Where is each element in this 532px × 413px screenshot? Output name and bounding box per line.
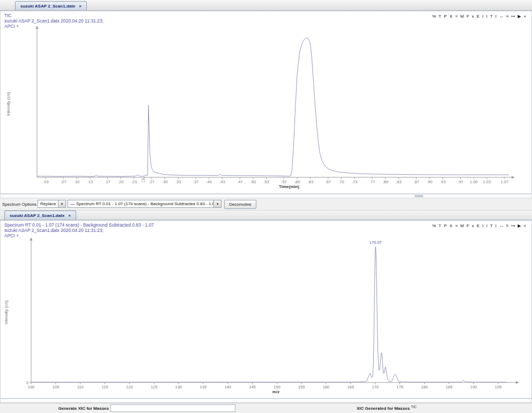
mountains-icon[interactable]: M bbox=[460, 223, 464, 228]
x-tick-label: .73 bbox=[352, 179, 357, 184]
elemental-comp-icon[interactable]: E bbox=[477, 223, 479, 228]
x-axis-arrow-icon bbox=[512, 176, 515, 178]
fill-peaks-icon[interactable]: F bbox=[467, 14, 469, 19]
x-tick-label: .63 bbox=[308, 179, 313, 184]
threshold-icon[interactable]: T bbox=[490, 14, 493, 19]
spectrum-range-label: Spectrum RT 0.01 - 1.07 (174 scans) - Ba… bbox=[4, 222, 154, 228]
threshold-icon[interactable]: T bbox=[490, 223, 493, 228]
tab-bottom-datafile[interactable]: suzuki ASAP 2_Scan1.datx × bbox=[4, 211, 76, 220]
fill-peaks-icon[interactable]: F bbox=[467, 223, 469, 228]
cursor-left-icon[interactable]: I bbox=[482, 223, 483, 228]
play-icon[interactable]: ▶ bbox=[518, 223, 521, 228]
elemental-comp-icon[interactable]: E bbox=[477, 14, 479, 19]
text-label-icon[interactable]: T bbox=[439, 223, 441, 228]
bottom-chart-hscrollbar[interactable] bbox=[0, 399, 532, 403]
tab-close-icon[interactable]: × bbox=[79, 4, 82, 9]
tab-label: suzuki ASAP 2_Scan1.datx bbox=[10, 213, 64, 218]
xic-status: XIC Generated for Masses TIC bbox=[357, 406, 417, 411]
x-tick-label: .13 bbox=[87, 179, 92, 184]
y-tick-label: 0 bbox=[26, 380, 28, 385]
x-tick-label: 160 bbox=[323, 385, 330, 389]
mountains-icon[interactable]: M bbox=[460, 14, 464, 19]
x-tick-label: .30 bbox=[162, 179, 167, 184]
expand-horizontal-icon[interactable]: ↔ bbox=[499, 14, 504, 19]
percent-scale-icon[interactable]: % bbox=[432, 223, 436, 228]
generate-xic-button[interactable]: Generate XIC for Masses bbox=[29, 406, 109, 411]
x-tick-label: .87 bbox=[413, 179, 419, 184]
x-tick-label: .77 bbox=[370, 179, 375, 184]
trace-color-dash-icon: — bbox=[70, 201, 75, 206]
x-tick-label: .17 bbox=[105, 179, 110, 184]
close-trace-icon[interactable]: × bbox=[523, 223, 526, 228]
chromatogram-toolbar: %TP∧≈MFxEIITI↔≡↦▶× bbox=[432, 14, 526, 19]
y-axis-title: Intensity (c/s) bbox=[4, 300, 9, 324]
peak-detect-icon[interactable]: ∧ bbox=[449, 223, 453, 228]
top-chart-hscrollbar[interactable] bbox=[0, 194, 532, 198]
cursor-left-icon[interactable]: I bbox=[482, 14, 483, 19]
smooth-trace-icon[interactable]: ≈ bbox=[455, 223, 457, 228]
x-tick-label: .50 bbox=[250, 179, 256, 184]
trace-type-label: TIC bbox=[4, 13, 12, 18]
shift-right-icon[interactable]: ↦ bbox=[511, 223, 515, 228]
ion-mode-label: APCI + bbox=[4, 24, 19, 29]
tic-trace bbox=[37, 37, 509, 176]
cursor-right-icon[interactable]: I bbox=[486, 223, 487, 228]
mass-spectrum-plot[interactable]: 1001051101151201251301351401451501551601… bbox=[1, 221, 531, 398]
x-tick-label: 140 bbox=[224, 385, 231, 389]
percent-scale-icon[interactable]: % bbox=[432, 14, 436, 19]
x-tick-label: 130 bbox=[175, 385, 182, 389]
x-tick-label: 170 bbox=[372, 385, 379, 389]
x-tick-label: 120 bbox=[126, 385, 133, 389]
spectrum-mode-select[interactable]: Replace ▾ bbox=[38, 200, 66, 208]
range-select-icon[interactable]: I bbox=[496, 223, 497, 228]
xic-status-trace-label: TIC bbox=[411, 405, 416, 409]
play-icon[interactable]: ▶ bbox=[518, 14, 521, 19]
x-tick-label: 165 bbox=[348, 385, 354, 389]
expand-horizontal-icon[interactable]: ↔ bbox=[499, 223, 504, 228]
cursor-right-icon[interactable]: I bbox=[486, 14, 487, 19]
spectrum-series-value: —Spectrum RT 0.01 - 1.07 (174 scans) - B… bbox=[68, 200, 213, 207]
shift-right-icon[interactable]: ↦ bbox=[511, 14, 515, 19]
x-tick-label: 175 bbox=[396, 385, 403, 389]
x-tick-label: .10 bbox=[74, 179, 79, 184]
x-tick-label: .70 bbox=[338, 179, 344, 184]
baseline-icon[interactable]: ≡ bbox=[506, 223, 509, 228]
tic-chromatogram-plot[interactable]: .03.07.10.13.17.20.23.27.30.33.37.40.43.… bbox=[1, 11, 531, 193]
x-tick-label: 190 bbox=[470, 385, 477, 389]
tab-top-datafile[interactable]: suzuki ASAP 2_Scan1.datx × bbox=[15, 1, 87, 10]
x-tick-label: .57 bbox=[281, 179, 286, 184]
x-annotate-icon[interactable]: x bbox=[472, 14, 474, 19]
ion-mode-label: APCI + bbox=[4, 233, 19, 238]
spectrum-toolbar: %TP∧≈MFxEIITI↔≡↦▶× bbox=[432, 223, 526, 228]
spectrum-series-select[interactable]: —Spectrum RT 0.01 - 1.07 (174 scans) - B… bbox=[68, 200, 221, 208]
x-tick-label: 150 bbox=[274, 385, 280, 389]
hand-cursor-icon: ☝ bbox=[141, 176, 145, 184]
chevron-down-icon[interactable]: ▾ bbox=[58, 200, 65, 207]
x-tick-label: .90 bbox=[427, 179, 432, 184]
peak-label-icon[interactable]: P bbox=[444, 14, 447, 19]
x-tick-label: 1.03 bbox=[483, 179, 491, 184]
spectrum-trace bbox=[31, 246, 507, 382]
x-axis-title: Time(min) bbox=[279, 184, 299, 189]
x-tick-label: 135 bbox=[200, 385, 207, 389]
smooth-trace-icon[interactable]: ≈ bbox=[455, 14, 457, 19]
peak-label-icon[interactable]: P bbox=[444, 223, 447, 228]
y-axis-title: Intensity (c/s) bbox=[6, 92, 11, 116]
spectrum-mode-value: Replace bbox=[38, 200, 58, 207]
baseline-icon[interactable]: ≡ bbox=[506, 14, 509, 19]
close-trace-icon[interactable]: × bbox=[523, 14, 526, 19]
mass-list-input[interactable] bbox=[110, 404, 235, 412]
tab-close-icon[interactable]: × bbox=[68, 213, 71, 218]
peak-detect-icon[interactable]: ∧ bbox=[449, 14, 453, 19]
range-select-icon[interactable]: I bbox=[496, 14, 497, 19]
x-annotate-icon[interactable]: x bbox=[472, 223, 474, 228]
datafile-label: suzuki ASAP 2_Scan1.datx 2020.04.20 11:3… bbox=[4, 228, 104, 233]
deconvolve-button[interactable]: Deconvolve bbox=[224, 200, 256, 209]
x-tick-label: .23 bbox=[131, 179, 137, 184]
x-tick-label: 155 bbox=[298, 385, 305, 389]
text-label-icon[interactable]: T bbox=[439, 14, 441, 19]
hscrollbar-thumb[interactable] bbox=[415, 195, 423, 197]
chevron-down-icon[interactable]: ▾ bbox=[213, 200, 221, 207]
x-tick-label: .20 bbox=[118, 179, 123, 184]
x-tick-label: .80 bbox=[383, 179, 388, 184]
